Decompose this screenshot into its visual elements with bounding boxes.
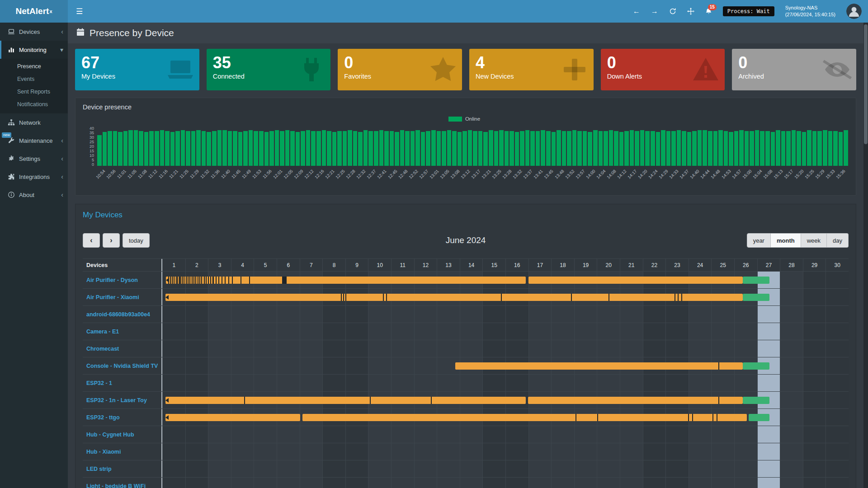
chart-bar [128, 130, 133, 166]
day-header-27[interactable]: 27 [757, 259, 780, 271]
view-week-button[interactable]: week [801, 233, 827, 248]
day-header-19[interactable]: 19 [574, 259, 597, 271]
day-header-11[interactable]: 11 [391, 259, 414, 271]
day-header-18[interactable]: 18 [551, 259, 574, 271]
view-month-button[interactable]: month [771, 233, 801, 248]
refresh-icon[interactable] [669, 8, 676, 15]
day-cell [162, 357, 185, 374]
device-name-link[interactable]: Hub - Xiaomi [83, 443, 162, 460]
device-name-link[interactable]: Air Purifier - Dyson [83, 272, 162, 288]
day-header-22[interactable]: 22 [643, 259, 666, 271]
sidebar-item-about[interactable]: About‹ [0, 186, 68, 204]
infobox-archived[interactable]: 0Archived [732, 49, 856, 90]
chart-bar [415, 130, 420, 166]
presence-event[interactable] [749, 414, 769, 421]
day-header-30[interactable]: 30 [826, 259, 849, 271]
device-name-link[interactable]: Chromecast [83, 340, 162, 357]
day-header-23[interactable]: 23 [665, 259, 689, 271]
day-header-1[interactable]: 1 [162, 259, 185, 271]
day-cell [734, 443, 757, 460]
notifications-button[interactable]: 15 [705, 8, 712, 15]
day-header-4[interactable]: 4 [231, 259, 254, 271]
day-header-6[interactable]: 6 [277, 259, 300, 271]
day-header-5[interactable]: 5 [254, 259, 277, 271]
back-icon[interactable]: ← [633, 7, 640, 15]
device-name-link[interactable]: Console - Nvidia Shield TV [83, 357, 162, 374]
day-header-28[interactable]: 28 [780, 259, 803, 271]
day-header-2[interactable]: 2 [185, 259, 208, 271]
infobox-down-alerts[interactable]: 0Down Alerts [601, 49, 725, 90]
device-name-link[interactable]: ESP32 - ttgo [83, 409, 162, 426]
device-name-link[interactable]: Hub - Cygnet Hub [83, 426, 162, 443]
app-logo[interactable]: NetAlertx [0, 0, 68, 23]
day-header-29[interactable]: 29 [803, 259, 826, 271]
day-header-26[interactable]: 26 [734, 259, 757, 271]
day-cell [803, 392, 826, 408]
presence-event[interactable] [743, 397, 770, 404]
calendar-next-button[interactable]: › [103, 233, 120, 248]
day-header-8[interactable]: 8 [322, 259, 345, 271]
day-header-15[interactable]: 15 [482, 259, 505, 271]
calendar-prev-button[interactable]: ‹ [83, 233, 100, 248]
sidebar-subitem-notifications[interactable]: Notifications [0, 98, 68, 111]
day-header-20[interactable]: 20 [597, 259, 620, 271]
sidebar-subitem-presence[interactable]: Presence [0, 60, 68, 73]
presence-bar-chart[interactable] [97, 126, 848, 166]
day-header-16[interactable]: 16 [505, 259, 528, 271]
sidebar-item-integrations[interactable]: Integrations‹ [0, 168, 68, 186]
day-header-3[interactable]: 3 [208, 259, 231, 271]
sidebar-item-maintenance[interactable]: newMaintenance‹ [0, 131, 68, 150]
day-header-7[interactable]: 7 [300, 259, 323, 271]
calendar-today-button[interactable]: today [123, 233, 150, 248]
presence-event[interactable] [528, 397, 743, 404]
day-header-12[interactable]: 12 [414, 259, 437, 271]
presence-event[interactable] [165, 294, 742, 301]
device-name-link[interactable]: Light - bedside B WiFi [83, 478, 162, 488]
presence-event[interactable] [743, 362, 770, 370]
infobox-my-devices[interactable]: 67My Devices [75, 49, 199, 90]
device-name-link[interactable]: android-68608b93a00e4 [83, 306, 162, 323]
device-name-link[interactable]: LED strip [83, 460, 162, 477]
presence-event[interactable] [166, 277, 526, 284]
day-header-13[interactable]: 13 [437, 259, 460, 271]
day-cell [643, 443, 666, 460]
sidebar-item-devices[interactable]: Devices‹ [0, 23, 68, 41]
user-avatar[interactable] [846, 4, 862, 19]
day-header-9[interactable]: 9 [345, 259, 368, 271]
day-header-10[interactable]: 10 [368, 259, 391, 271]
device-name-link[interactable]: Camera - E1 [83, 323, 162, 340]
scrollbar-thumb[interactable] [864, 24, 868, 144]
day-header-21[interactable]: 21 [620, 259, 643, 271]
view-day-button[interactable]: day [827, 233, 849, 248]
presence-event[interactable] [528, 277, 743, 284]
day-header-14[interactable]: 14 [460, 259, 483, 271]
presence-event[interactable] [455, 362, 743, 370]
presence-event[interactable] [743, 294, 770, 301]
infobox-favorites[interactable]: 0Favorites [338, 49, 462, 90]
sidebar-toggle-button[interactable]: ☰ [68, 0, 91, 23]
sidebar-item-settings[interactable]: Settings‹ [0, 150, 68, 168]
view-year-button[interactable]: year [747, 233, 771, 248]
sidebar-item-monitoring[interactable]: Monitoring▾ [0, 41, 68, 59]
presence-event[interactable] [743, 277, 770, 284]
infobox-new-devices[interactable]: 4New Devices [469, 49, 594, 90]
day-header-17[interactable]: 17 [528, 259, 552, 271]
presence-event[interactable] [165, 397, 526, 404]
device-name-link[interactable]: ESP32 - 1 [83, 375, 162, 391]
day-header-24[interactable]: 24 [689, 259, 712, 271]
move-icon[interactable] [687, 8, 694, 15]
device-name-link[interactable]: Air Purifier - Xiaomi [83, 289, 162, 305]
infobox-connected[interactable]: 35Connected [207, 49, 331, 90]
chart-bar [525, 130, 530, 166]
forward-icon[interactable]: → [651, 7, 658, 15]
sidebar-subitem-sent-reports[interactable]: Sent Reports [0, 85, 68, 98]
day-cell [826, 272, 849, 288]
presence-event[interactable] [165, 414, 300, 421]
presence-event[interactable] [302, 414, 747, 421]
device-name-link[interactable]: ESP32 - 1n - Laser Toy [83, 392, 162, 408]
sidebar-subitem-events[interactable]: Events [0, 73, 68, 85]
sidebar-item-network[interactable]: Network [0, 113, 68, 131]
day-header-25[interactable]: 25 [711, 259, 734, 271]
page-scrollbar[interactable] [863, 23, 868, 488]
day-cell [620, 323, 643, 340]
